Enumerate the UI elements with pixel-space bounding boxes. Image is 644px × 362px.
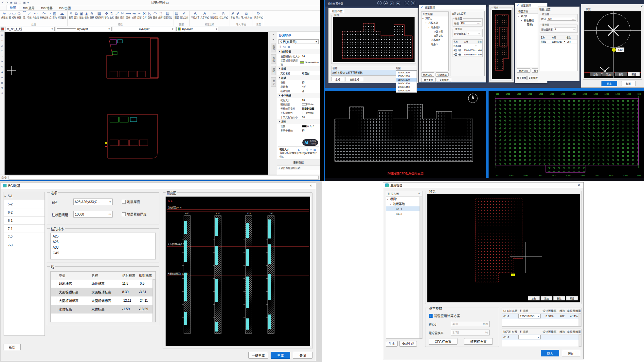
borehole-item[interactable]: A25 [53, 234, 153, 239]
prop-row[interactable]: 极轴锁定否 [277, 89, 320, 93]
tree-item[interactable]: A4-3 [386, 211, 422, 216]
props-toolbar-icon[interactable]: ▦ [288, 45, 290, 48]
expander-icon[interactable]: ▾ [422, 17, 425, 20]
side-panel-tab[interactable]: 属性 [271, 66, 276, 75]
player-control-button[interactable]: ⧉ [411, 1, 415, 5]
document-selector[interactable]: 文档(布置图)▼ [278, 39, 319, 44]
left-tool-icon[interactable]: ✏ [1, 34, 3, 37]
table-scrollbar[interactable] [579, 334, 581, 347]
back-icon[interactable]: ◂ [278, 166, 279, 169]
ribbon-tool[interactable]: ◠圆角 [152, 11, 158, 19]
expander-icon[interactable]: ▾ [425, 22, 428, 24]
generate-button[interactable]: 生成 [331, 77, 344, 81]
lines-table-row[interactable]: 水位标高 水位标高 -1.59 -13.59 [51, 305, 155, 314]
close-button[interactable]: 关闭 [293, 352, 313, 359]
generate-all-button[interactable]: 全部生成 [346, 77, 363, 81]
expander-icon[interactable]: ▾ [521, 19, 523, 21]
edit-boundary-button[interactable]: 修改边界 [517, 68, 530, 73]
ime-icon[interactable]: S [298, 148, 300, 151]
borehole-item[interactable]: CA5 [53, 250, 153, 256]
overlay-button[interactable]: 预览 [628, 72, 640, 76]
tree-item[interactable]: 筏板3 [421, 42, 448, 46]
prop-row[interactable]: 极轴否 [277, 80, 320, 85]
generate-all-button[interactable]: 全部生成 [528, 76, 539, 80]
ribbon-tool[interactable]: ⌒弧 [22, 11, 27, 19]
section-list-item[interactable]: ▸7-2 [4, 233, 45, 241]
prop-row[interactable]: 显示坐标轴否 [277, 128, 320, 133]
ribbon-tool[interactable]: A文字样式 [200, 11, 209, 19]
cfg-pile-row[interactable]: A1-1 1750x1850▼ 3.88%4824.11% [502, 314, 581, 319]
prop-group-header[interactable]: ∨视图 [277, 119, 320, 124]
gravel-pile-row[interactable]: A1-1 ▼ [502, 334, 581, 340]
scheme-table-row[interactable]: B区 2栋1500x1800▼650 [453, 52, 482, 57]
ribbon-tab[interactable]: BGI通用 [20, 5, 37, 10]
apply-calc-checkbox[interactable]: ✓是否应用计算方案 [429, 313, 460, 318]
ribbon-tool[interactable]: ⋈合并 [142, 11, 147, 19]
expander-icon[interactable]: + [428, 39, 431, 41]
ribbon-tool[interactable]: ◭镜像 [84, 11, 89, 19]
scheme-table-row[interactable]: 筏板11850x1750▼254 [540, 40, 577, 44]
ribbon-tool[interactable]: ▤匹配特性 [163, 11, 172, 19]
ribbon-tool[interactable]: ✔置为当前 [179, 11, 189, 19]
tree-item[interactable]: ▾筏板组1 [421, 25, 448, 29]
pile-plan-canvas[interactable]: 5#住宅楼CFG桩平面布置图 [325, 91, 486, 178]
ribbon-tool[interactable]: ▭矩形 [11, 11, 17, 19]
ribbon-tool[interactable]: ⧉复制 [74, 11, 79, 19]
table-scrollbar[interactable] [152, 279, 155, 322]
section-list-item[interactable]: ▸7-1 [4, 225, 45, 233]
ribbon-tool[interactable]: ≋偏移 [89, 11, 95, 19]
left-tool-icon[interactable]: ⟐ [1, 65, 3, 68]
ribbon-tool[interactable]: ✕删除 [68, 11, 74, 19]
ribbon-tool[interactable]: 〜样条曲线 [39, 11, 49, 19]
ribbon-tool[interactable]: ▦矩形阵列 [95, 11, 104, 19]
player-control-button[interactable]: ◀ [384, 1, 388, 5]
section-list-item[interactable]: ▸6-1 [4, 217, 45, 225]
generate-button[interactable]: 生成 [271, 352, 290, 359]
command-input[interactable] [9, 176, 319, 180]
ribbon-tool[interactable]: ⟳同步样式 [254, 11, 263, 19]
section-list-item[interactable]: ▸7-3 [4, 241, 45, 249]
overlay-button[interactable]: 拾取 [528, 296, 540, 300]
expander-icon[interactable]: ▾ [387, 198, 389, 200]
color-select[interactable]: ByLayer▼ [176, 27, 219, 31]
ribbon-tool[interactable]: ⬈导出 [230, 11, 235, 19]
borehole-preview-canvas[interactable]: 5-1 场地标高(11.5) 大面桩顶标高(8.39) 大面桩端标高(-12.1… [166, 197, 310, 346]
ribbon-tool[interactable]: ⤢缩放 [115, 11, 120, 19]
ribbon-tab[interactable]: BGI地基 [38, 5, 55, 10]
prop-row[interactable]: 极轴角45° [277, 85, 320, 89]
add-section-button[interactable]: 新增 [4, 344, 21, 350]
cancel-button[interactable]: 取消 [621, 81, 635, 86]
left-tool-icon[interactable]: ○ [1, 39, 3, 42]
tree-item[interactable]: A1-1 [386, 206, 422, 211]
plan-option[interactable]: 1450x1450 [396, 85, 417, 89]
layer-select[interactable]: G_DJ_红线▼ [6, 27, 55, 31]
borehole-select[interactable]: A25;A26;A33;C...▼ [73, 199, 113, 205]
ribbon-tool[interactable]: ⌁打断 [137, 11, 142, 19]
panel-add-icon[interactable]: + [273, 33, 274, 36]
prop-group-header[interactable]: ∨十字光标 [277, 93, 320, 98]
tree-item[interactable]: ▾筏板基础 [421, 21, 448, 25]
section-list-item[interactable]: ▸6-2 [4, 208, 45, 217]
side-panel-tab[interactable]: 数据 [271, 54, 276, 64]
generate-all-button[interactable]: 全部生成 [437, 78, 451, 82]
ribbon-tool[interactable]: ⟼延伸 [125, 11, 132, 19]
prop-row[interactable]: 靶框大小10 [277, 98, 320, 102]
generate-one-button[interactable]: 单个生成 [421, 78, 436, 82]
prop-row[interactable]: 文档名称布置图 [277, 71, 320, 75]
generate-all-button[interactable]: 全部生成 [399, 341, 417, 347]
ribbon-tool[interactable]: A单行文字 [190, 11, 200, 19]
left-tool-icon[interactable]: ⊕ [1, 76, 3, 79]
overlay-button[interactable]: 拾取 [590, 72, 601, 76]
plan-option[interactable]: 1500x1600 [396, 89, 417, 92]
scheme-table-row[interactable]: A区 1栋1700x1550▼406 [453, 48, 482, 52]
ribbon-tool[interactable]: ⋯构造线 [32, 11, 40, 19]
expander-icon[interactable]: ▾ [428, 26, 431, 28]
ok-button[interactable]: 确定 [601, 81, 617, 86]
expander-icon[interactable]: ▾ [390, 203, 392, 205]
tree-item[interactable]: A区 1栋 [421, 29, 448, 33]
tree-item[interactable]: ▾项目1 [386, 197, 422, 201]
close-icon[interactable]: ✕ [308, 184, 314, 187]
pile-detail-canvas[interactable]: 430 拾取添加删除预览 [584, 11, 641, 78]
ai-bubble[interactable]: AI 0.2K/s0K/s [302, 139, 318, 146]
lines-table-row[interactable]: 大面桩顶标高 大面桩顶标高 8.39 -3.61 [51, 288, 155, 296]
